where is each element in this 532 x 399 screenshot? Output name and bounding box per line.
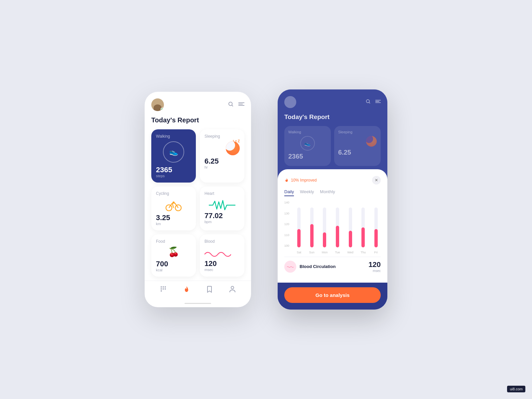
bar-foreground xyxy=(297,229,301,247)
walking-circle: 👟 xyxy=(163,141,184,163)
blood-circulation-label: Blood Circulation xyxy=(300,264,335,269)
blood-wave-icon xyxy=(204,247,231,259)
svg-point-13 xyxy=(163,288,164,290)
bar-background xyxy=(323,207,326,247)
food-label: Food xyxy=(156,239,191,244)
bar-background xyxy=(336,207,339,247)
y-label-130: 130 xyxy=(284,212,289,215)
svg-point-16 xyxy=(231,286,234,289)
phone2-bg: Today's Report Walking 👟 2365 Sleeping xyxy=(278,89,387,173)
svg-point-10 xyxy=(163,286,164,288)
bar-background xyxy=(310,207,314,247)
bar-group xyxy=(345,201,355,247)
cycling-unit: km xyxy=(156,222,191,226)
food-unit: kcal xyxy=(156,268,191,272)
phone1-header xyxy=(151,98,244,111)
heart-label: Heart xyxy=(204,191,240,196)
heart-card: Heart 77.02 bpm xyxy=(200,187,244,230)
bar-background xyxy=(349,207,352,247)
search-icon[interactable] xyxy=(228,101,234,108)
nav-bookmark-icon[interactable] xyxy=(207,286,212,293)
svg-point-0 xyxy=(229,102,232,106)
x-label-thu: Thu xyxy=(358,251,368,254)
sleeping-card2: Sleeping 6.25 xyxy=(334,126,381,166)
sleeping-label2: Sleeping xyxy=(338,130,377,134)
svg-point-15 xyxy=(161,290,162,292)
page-title: Today's Report xyxy=(151,116,244,124)
bar-foreground xyxy=(323,232,326,247)
bar-group xyxy=(371,201,381,247)
sleeping-unit: hr xyxy=(204,165,240,169)
header-icons2 xyxy=(365,99,381,105)
nav-grid-icon[interactable] xyxy=(160,286,167,293)
sleeping-value2: 6.25 xyxy=(338,149,377,156)
tab-daily[interactable]: Daily xyxy=(284,189,294,196)
cycling-card: Cycling 3.25 km xyxy=(151,187,196,230)
chart-tabs: Daily Weekly Monthly xyxy=(284,189,381,196)
cycling-value: 3.25 xyxy=(156,214,191,222)
nav-profile-icon[interactable] xyxy=(229,286,236,293)
menu-icon2[interactable] xyxy=(375,99,381,105)
phone1: Today's Report Walking 👟 2365 steps Slee… xyxy=(145,92,251,308)
walking-label: Walking xyxy=(156,134,191,139)
svg-point-14 xyxy=(165,288,166,290)
walking-label2: Walking xyxy=(288,130,327,134)
chart-y-labels: 140 130 120 110 100 xyxy=(284,201,289,247)
sleeping-card: Sleeping ᶻ z Z 6.25 hr xyxy=(200,129,244,183)
nav-fire-icon[interactable] xyxy=(184,286,190,293)
search-icon2[interactable] xyxy=(365,99,371,105)
sleeping-label: Sleeping xyxy=(204,134,240,139)
avatar2 xyxy=(284,96,296,108)
improved-text: 10% Improved xyxy=(291,178,317,183)
moon-icon xyxy=(226,141,240,155)
phone2-header xyxy=(284,96,381,108)
walking-value2: 2365 xyxy=(288,153,327,160)
svg-point-17 xyxy=(366,100,369,103)
screens-container: Today's Report Walking 👟 2365 steps Slee… xyxy=(145,89,387,310)
bar-chart: 140 130 120 110 100 SatSunMonTueWedThuFr… xyxy=(284,201,381,254)
sleep-icon-wrap: ᶻ z Z xyxy=(204,141,240,155)
menu-icon[interactable] xyxy=(238,102,244,108)
blood-card: Blood 120 msec xyxy=(200,234,244,277)
watermark: ui8.com xyxy=(507,386,525,392)
zzz-icon: ᶻ z Z xyxy=(233,139,240,143)
food-card: Food 🍒 700 kcal xyxy=(151,234,196,277)
cycling-label: Cycling xyxy=(156,191,191,196)
avatar-online-dot xyxy=(161,108,164,111)
modal-header: 10% Improved ✕ xyxy=(284,176,381,185)
chart-x-labels: SatSunMonTueWedThuFri xyxy=(294,251,381,254)
bar-group xyxy=(333,201,342,247)
y-label-140: 140 xyxy=(284,201,289,204)
blood-number: 120 xyxy=(368,260,381,269)
cards-grid-row1: Walking 👟 2365 steps Sleeping ᶻ z Z xyxy=(151,129,244,183)
close-button[interactable]: ✕ xyxy=(372,176,381,185)
page-title2: Today's Report xyxy=(284,113,381,121)
cherry-icon: 🍒 xyxy=(168,246,180,257)
cards-grid-row2: Cycling 3.25 km xyxy=(151,187,244,230)
tab-weekly[interactable]: Weekly xyxy=(300,189,314,196)
blood-value: 120 xyxy=(204,260,240,268)
svg-point-11 xyxy=(165,286,166,288)
heartbeat-icon xyxy=(209,199,235,211)
go-to-analysis-button[interactable]: Go to analysis xyxy=(284,287,381,303)
chart-bars xyxy=(294,201,381,247)
bar-group xyxy=(320,201,330,247)
walking-card: Walking 👟 2365 steps xyxy=(151,129,196,183)
walking-card2: Walking 👟 2365 xyxy=(284,126,331,166)
svg-line-1 xyxy=(232,105,233,106)
shoe-icon: 👟 xyxy=(169,148,178,156)
bar-foreground xyxy=(361,227,365,247)
x-label-tue: Tue xyxy=(333,251,342,254)
blood-left: Blood Circulation xyxy=(284,261,335,273)
x-label-mon: Mon xyxy=(320,251,330,254)
tab-monthly[interactable]: Monthly xyxy=(320,189,335,196)
cycling-icon-wrap xyxy=(156,199,191,211)
improved-badge: 10% Improved xyxy=(284,178,317,183)
y-label-120: 120 xyxy=(284,222,289,226)
svg-point-9 xyxy=(161,286,162,288)
avatar xyxy=(151,98,164,111)
food-value: 700 xyxy=(156,260,191,268)
bike-icon xyxy=(165,199,182,211)
bar-foreground xyxy=(374,229,378,247)
blood-msec: msec xyxy=(368,269,381,273)
